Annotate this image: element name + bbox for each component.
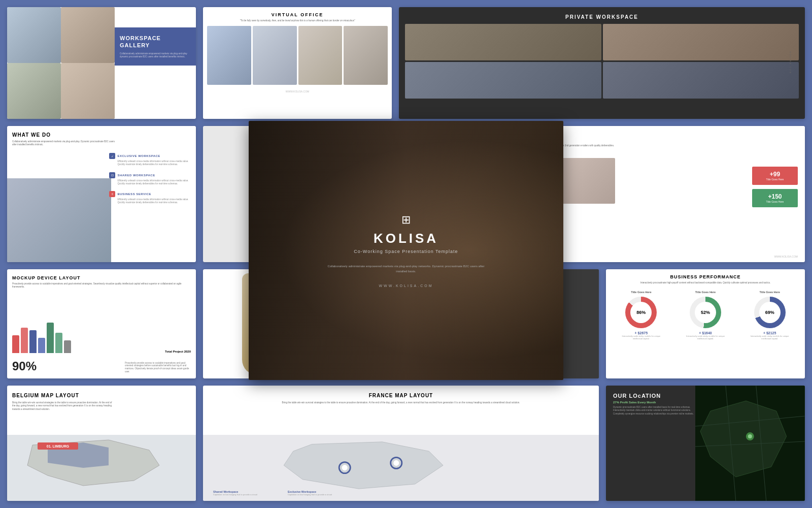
shared-desc: Efficiently unleash cross-media informat…	[117, 179, 192, 185]
what-we-do-list: ✓ EXCLUSIVE WORKSPACE Efficiently unleas…	[105, 149, 196, 208]
location-map-svg	[695, 386, 805, 501]
france-labels: Shared Workspace Capitalize on low hangi…	[213, 490, 332, 496]
slide-mockup-device: MOCKUP DEVICE LAYOUT Proactively provide…	[7, 269, 196, 378]
virtual-office-title: VIRTUAL OFFICE	[203, 7, 392, 19]
mockup-project-desc: Proactively provide access to scalable i…	[125, 362, 191, 373]
business-title: BUSINESS SERVICE	[117, 193, 151, 196]
bp-chart-2: Title Goes Here 52% + $1640 Interactivel…	[686, 291, 725, 340]
bp-stat-2: + $1640	[686, 331, 725, 335]
gallery-desc: Collaboratively administrate empowered m…	[120, 52, 191, 59]
vo-photo-2	[253, 26, 297, 85]
vo-photo-4	[344, 26, 388, 85]
bp-label-2: Title Goes Here	[686, 291, 725, 294]
gallery-photo-4	[61, 63, 115, 119]
slide-belgium-map: BELGIUM MAP LAYOUT Bring the table win-w…	[7, 386, 196, 501]
bar-3	[29, 330, 37, 353]
hero-url: WWW.KOLISA.COM	[325, 284, 487, 288]
bp-stat-desc-1: Interactively scale sticky models for un…	[621, 335, 661, 340]
slide-hero: ⊞ KOLISA Co-Working Space Presentation T…	[249, 121, 563, 380]
shared-title: SHARED WORKSPACE	[117, 174, 155, 177]
slide-workspace-gallery: WORKSPACE GALLERY Collaboratively admini…	[7, 7, 196, 119]
what-we-do-title: WHAT WE DO	[7, 126, 196, 140]
vo-photo-1	[207, 26, 251, 85]
slide-our-location: OUR LOcATION 27% Profit Sales Every Mont…	[606, 386, 805, 501]
gallery-photo-2	[61, 7, 115, 63]
svg-point-16	[748, 434, 752, 438]
bp-label-3: Title Goes Here	[750, 291, 790, 294]
pw-photo-4	[603, 62, 799, 99]
virtual-office-photos	[203, 22, 392, 88]
pw-photo-1	[405, 24, 601, 60]
mockup-desc: Proactively provide access to scalable i…	[7, 282, 196, 289]
business-icon: ≡	[109, 191, 115, 197]
belgium-map-svg: 01. LIMBURG	[7, 435, 196, 501]
hero-brand: KOLISA	[325, 231, 487, 246]
bp-stat-desc-3: Interactively scale sticky models for un…	[750, 335, 790, 340]
bp-donut-inner-1: 86%	[630, 302, 652, 323]
slide-what-we-do: WHAT WE DO Collaboratively administrate …	[7, 126, 196, 262]
svg-point-8	[393, 460, 399, 466]
belgium-map-area: 01. LIMBURG	[7, 435, 196, 501]
bp-title: BUSINESS PERFORMANCE	[606, 269, 805, 281]
svg-point-6	[342, 465, 348, 470]
france-map-svg	[218, 435, 584, 496]
mockup-title: MOCKUP DEVICE LAYOUT	[7, 269, 196, 282]
meeting-url: WWW.KOLISA.COM	[774, 255, 798, 258]
stat-green-label: Title Goes Here	[760, 200, 790, 203]
svg-marker-4	[284, 442, 443, 489]
bp-stat-1: + $2675	[621, 331, 661, 335]
bar-6	[55, 333, 62, 353]
stat-red-label: Title Goes Here	[760, 178, 790, 181]
belgium-title: BELGIUM MAP LAYOUT	[7, 386, 196, 401]
gallery-title-block: WORKSPACE GALLERY Collaboratively admini…	[115, 27, 196, 66]
slide-private-workspace: PRIVATE WORKSPACE KOLISA.COM	[399, 7, 805, 119]
stat-box-green: +150 Title Goes Here	[752, 189, 798, 207]
mockup-chart	[12, 312, 124, 353]
private-workspace-photos	[399, 24, 805, 103]
gallery-photo-1	[7, 7, 61, 63]
slide-business-performance: BUSINESS PERFORMANCE Interactively procr…	[606, 269, 805, 378]
virtual-office-url: WWW.KOLISA.COM	[203, 88, 392, 93]
bar-5	[47, 323, 54, 353]
france-sublabel-2: Capitalize on low hanging fruit to provi…	[288, 493, 332, 496]
exclusive-desc: Efficiently unleash cross-media informat…	[117, 160, 192, 166]
bar-7	[64, 340, 71, 353]
bp-charts: Title Goes Here 86% + $2675 Interactivel…	[606, 284, 805, 346]
bp-donut-2: 52%	[690, 297, 721, 328]
pw-photo-2	[603, 24, 799, 60]
gallery-photo-3	[7, 63, 61, 119]
what-we-do-photo	[7, 178, 111, 262]
hero-content: ⊞ KOLISA Co-Working Space Presentation T…	[310, 198, 502, 303]
business-desc: Efficiently unleash cross-media informat…	[117, 198, 192, 204]
gallery-title: WORKSPACE GALLERY	[120, 35, 191, 49]
our-location-map	[695, 386, 805, 501]
france-title: FRANCE MAP LAYOUT	[203, 386, 599, 401]
what-we-do-desc: Collaboratively administrate empowered m…	[7, 140, 120, 147]
svg-text:01. LIMBURG: 01. LIMBURG	[47, 444, 70, 448]
bp-donut-3: 69%	[754, 297, 786, 328]
bp-donut-inner-2: 52%	[695, 302, 716, 323]
exclusive-title: EXCLUSIVE WORKSPACE	[117, 154, 160, 157]
meeting-stats: +99 Title Goes Here +150 Title Goes Here	[752, 167, 798, 207]
stat-red-value: +99	[760, 171, 790, 178]
private-workspace-title: PRIVATE WORKSPACE	[399, 7, 805, 24]
hero-desc: Collaboratively administrate empowered m…	[325, 264, 487, 274]
mockup-project-title: Total Project 2020	[165, 350, 191, 353]
pw-photo-3	[405, 62, 601, 99]
wwd-item-1: ✓ EXCLUSIVE WORKSPACE Efficiently unleas…	[109, 153, 192, 166]
bp-stat-3: + $2125	[750, 331, 790, 335]
france-desc: Bring the table win-win survival strateg…	[203, 401, 599, 404]
bp-donut-inner-3: 69%	[759, 302, 781, 323]
our-location-desc: Dynamic procrastinate B2C users after in…	[606, 404, 705, 418]
belgium-desc: Bring the table win-win survival strateg…	[7, 401, 120, 411]
wwd-item-2: ⊡ SHARED WORKSPACE Efficiently unleash c…	[109, 172, 192, 185]
main-layout: WORKSPACE GALLERY Collaboratively admini…	[0, 0, 812, 508]
mockup-percent: 90%	[12, 359, 37, 373]
slide-virtual-office: VIRTUAL OFFICE "To be fully seen by some…	[203, 7, 392, 119]
bp-chart-1: Title Goes Here 86% + $2675 Interactivel…	[621, 291, 661, 340]
slide-france-map: FRANCE MAP LAYOUT Bring the table win-wi…	[203, 386, 599, 501]
france-item-1: Shared Workspace Capitalize on low hangi…	[213, 490, 257, 496]
stat-box-red: +99 Title Goes Here	[752, 167, 798, 185]
bp-stat-desc-2: Interactively scale sticky models for un…	[686, 335, 725, 340]
bar-1	[12, 335, 19, 353]
